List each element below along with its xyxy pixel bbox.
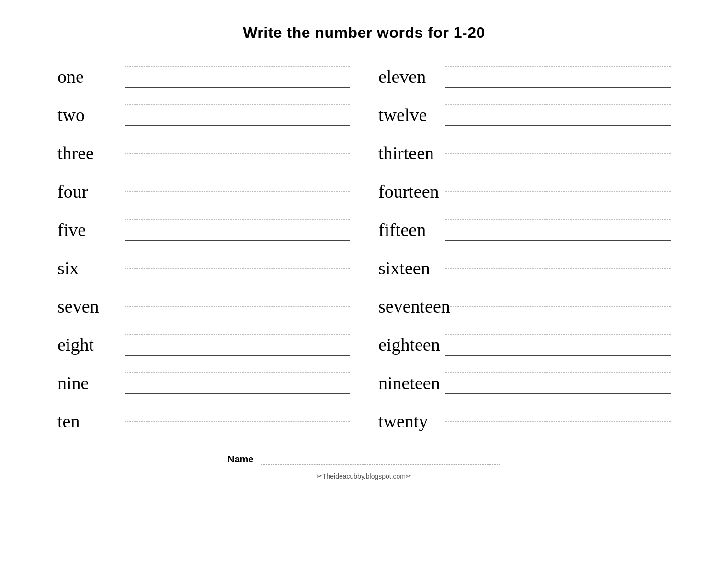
word-label: eight	[57, 336, 125, 356]
mid-line	[125, 220, 350, 230]
base-line	[445, 77, 671, 88]
columns-wrapper: onetwothreefourfivesixseveneightnineten …	[57, 56, 671, 439]
base-line	[125, 230, 350, 241]
list-item: two	[57, 94, 350, 126]
base-line	[125, 269, 350, 279]
writing-lines[interactable]	[445, 171, 671, 202]
list-item: six	[57, 247, 350, 279]
top-line	[125, 94, 350, 105]
left-column: onetwothreefourfivesixseveneightnineten	[57, 56, 350, 439]
writing-lines[interactable]	[445, 56, 671, 88]
mid-line	[125, 143, 350, 154]
word-label: fourteen	[378, 182, 445, 202]
mid-line	[445, 67, 671, 77]
mid-line	[125, 67, 350, 77]
base-line	[445, 422, 671, 432]
word-label: twenty	[378, 412, 445, 432]
mid-line	[450, 296, 671, 307]
writing-lines[interactable]	[125, 171, 350, 202]
writing-lines[interactable]	[445, 133, 671, 164]
mid-line	[125, 373, 350, 383]
list-item: nine	[57, 362, 350, 394]
writing-lines[interactable]	[125, 362, 350, 394]
attribution-text: ✂Theideacubby.blogspot.com✂	[57, 472, 671, 480]
writing-lines[interactable]	[125, 209, 350, 241]
mid-line	[445, 335, 671, 345]
base-line	[125, 345, 350, 356]
writing-lines[interactable]	[125, 247, 350, 279]
list-item: ten	[57, 401, 350, 432]
word-label: sixteen	[378, 259, 445, 279]
word-label: nineteen	[378, 374, 445, 394]
base-line	[450, 307, 671, 317]
base-line	[125, 422, 350, 432]
worksheet: Write the number words for 1-20 onetwoth…	[29, 10, 699, 499]
writing-lines[interactable]	[125, 56, 350, 88]
top-line	[445, 401, 671, 411]
top-line	[445, 94, 671, 105]
top-line	[445, 56, 671, 67]
list-item: five	[57, 209, 350, 241]
list-item: seven	[57, 286, 350, 317]
word-label: seven	[57, 297, 125, 317]
writing-lines[interactable]	[445, 247, 671, 279]
top-line	[125, 133, 350, 143]
footer: Name	[57, 453, 671, 465]
top-line	[445, 209, 671, 220]
word-label: three	[57, 144, 125, 164]
list-item: eleven	[378, 56, 671, 88]
top-line	[445, 171, 671, 181]
list-item: nineteen	[378, 362, 671, 394]
mid-line	[125, 181, 350, 192]
base-line	[445, 345, 671, 356]
list-item: four	[57, 171, 350, 202]
list-item: seventeen	[378, 286, 671, 317]
writing-lines[interactable]	[445, 94, 671, 126]
list-item: twenty	[378, 401, 671, 432]
writing-lines[interactable]	[445, 324, 671, 356]
base-line	[125, 307, 350, 317]
name-line[interactable]	[261, 453, 500, 465]
word-label: one	[57, 67, 125, 88]
base-line	[125, 115, 350, 126]
writing-lines[interactable]	[445, 209, 671, 241]
word-label: nine	[57, 374, 125, 394]
writing-lines[interactable]	[450, 286, 671, 317]
list-item: eighteen	[378, 324, 671, 356]
top-line	[445, 247, 671, 258]
mid-line	[445, 143, 671, 154]
top-line	[125, 171, 350, 181]
mid-line	[125, 296, 350, 307]
writing-lines[interactable]	[445, 362, 671, 394]
mid-line	[125, 335, 350, 345]
list-item: one	[57, 56, 350, 88]
top-line	[125, 401, 350, 411]
writing-lines[interactable]	[125, 133, 350, 164]
word-label: thirteen	[378, 144, 445, 164]
mid-line	[125, 411, 350, 422]
list-item: thirteen	[378, 133, 671, 164]
mid-line	[445, 411, 671, 422]
base-line	[445, 192, 671, 202]
writing-lines[interactable]	[125, 401, 350, 432]
word-label: five	[57, 221, 125, 241]
base-line	[125, 383, 350, 394]
writing-lines[interactable]	[125, 94, 350, 126]
writing-lines[interactable]	[445, 401, 671, 432]
mid-line	[125, 258, 350, 269]
base-line	[445, 154, 671, 164]
mid-line	[445, 373, 671, 383]
writing-lines[interactable]	[125, 286, 350, 317]
top-line	[125, 56, 350, 67]
name-label: Name	[228, 454, 256, 465]
base-line	[125, 192, 350, 202]
word-label: four	[57, 182, 125, 202]
word-label: eleven	[378, 67, 445, 88]
mid-line	[445, 258, 671, 269]
word-label: two	[57, 106, 125, 126]
writing-lines[interactable]	[125, 324, 350, 356]
base-line	[445, 230, 671, 241]
list-item: fourteen	[378, 171, 671, 202]
word-label: six	[57, 259, 125, 279]
top-line	[125, 286, 350, 296]
